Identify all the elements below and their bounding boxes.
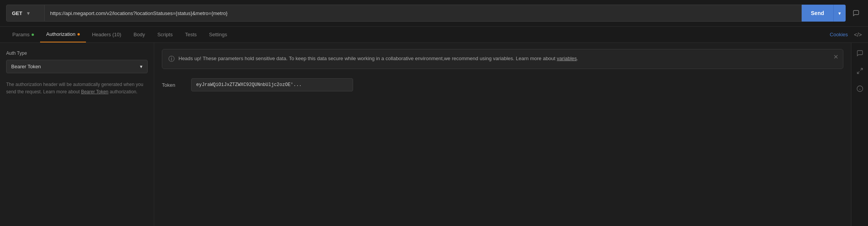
side-info-icon-button[interactable]: [854, 83, 866, 94]
send-btn-group: Send ▾: [802, 5, 846, 22]
side-expand-icon-button[interactable]: [854, 65, 866, 77]
auth-type-label: Auth Type: [6, 51, 148, 56]
cookies-link[interactable]: Cookies: [830, 32, 848, 37]
variables-link[interactable]: variables: [557, 56, 577, 61]
tab-settings-label: Settings: [209, 32, 227, 37]
tab-headers[interactable]: Headers (10): [86, 27, 128, 42]
tab-tests-label: Tests: [185, 32, 197, 37]
side-icons: [851, 43, 868, 226]
main-content: Auth Type Bearer Token ▾ The authorizati…: [0, 43, 868, 226]
tab-authorization-label: Authorization: [46, 31, 76, 37]
code-icon[interactable]: </>: [854, 32, 862, 38]
send-button[interactable]: Send: [802, 5, 833, 22]
warning-text-end: .: [577, 56, 579, 61]
method-chevron-icon: ▾: [27, 10, 30, 16]
left-panel: Auth Type Bearer Token ▾ The authorizati…: [0, 43, 154, 226]
warning-text: Heads up! These parameters hold sensitiv…: [178, 55, 837, 63]
authorization-dot: [77, 33, 80, 35]
method-dropdown[interactable]: GET ▾: [6, 5, 45, 22]
tab-tests[interactable]: Tests: [179, 27, 203, 42]
tab-scripts[interactable]: Scripts: [151, 27, 179, 42]
token-input[interactable]: [191, 78, 353, 91]
tab-headers-label: Headers (10): [92, 32, 121, 37]
token-row: Token: [162, 78, 843, 91]
bearer-token-link[interactable]: Bearer Token: [81, 89, 108, 94]
right-panel: ⓘ Heads up! These parameters hold sensit…: [154, 43, 851, 226]
auth-type-select[interactable]: Bearer Token ▾: [6, 60, 148, 73]
warning-banner: ⓘ Heads up! These parameters hold sensit…: [162, 49, 843, 69]
warning-text-before: Heads up! These parameters hold sensitiv…: [178, 56, 557, 61]
tab-params-label: Params: [12, 32, 30, 37]
tab-scripts-label: Scripts: [157, 32, 173, 37]
auth-help-text: The authorization header will be automat…: [6, 81, 148, 96]
tab-body-label: Body: [134, 32, 145, 37]
method-label: GET: [12, 10, 22, 16]
tabs-bar: Params Authorization Headers (10) Body S…: [0, 27, 868, 43]
auth-type-chevron-icon: ▾: [140, 64, 143, 69]
tabs-right: Cookies </>: [830, 32, 862, 38]
warning-info-icon: ⓘ: [168, 55, 175, 63]
svg-line-0: [860, 68, 862, 70]
svg-line-1: [857, 72, 859, 74]
tab-body[interactable]: Body: [128, 27, 151, 42]
send-chevron-icon: ▾: [838, 10, 841, 16]
send-dropdown-button[interactable]: ▾: [833, 5, 846, 22]
url-bar: GET ▾ Send ▾: [0, 0, 868, 27]
side-chat-icon-button[interactable]: [854, 47, 866, 59]
params-dot: [32, 34, 34, 36]
tab-settings[interactable]: Settings: [203, 27, 233, 42]
chat-icon-button[interactable]: [850, 7, 862, 19]
tab-authorization[interactable]: Authorization: [40, 27, 86, 42]
help-text-after: authorization.: [108, 89, 137, 94]
url-input[interactable]: [45, 5, 802, 22]
token-label: Token: [162, 82, 185, 88]
warning-close-button[interactable]: ✕: [833, 53, 838, 61]
auth-type-value: Bearer Token: [11, 64, 41, 69]
url-bar-right-icons: [850, 7, 862, 19]
tab-params[interactable]: Params: [6, 27, 40, 42]
